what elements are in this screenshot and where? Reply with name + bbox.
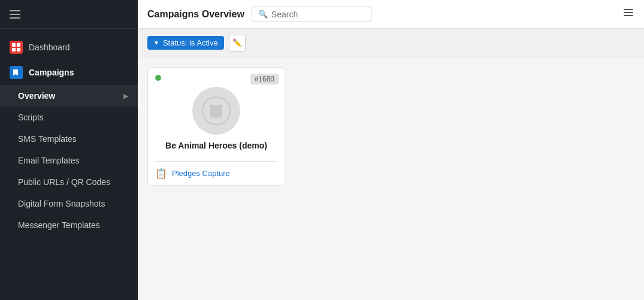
sidebar-top-section: Dashboard Campaigns Overview ▶ Scripts S…: [0, 29, 138, 242]
sidebar-item-label: Digital Form Snapshots: [18, 199, 105, 208]
sidebar-item-sms-templates[interactable]: SMS Templates: [0, 128, 138, 150]
sidebar-item-label: Email Templates: [18, 156, 79, 165]
search-icon: 🔍: [258, 10, 268, 19]
sidebar-arrow-icon: ▶: [123, 93, 128, 99]
pencil-icon: ✏️: [232, 38, 242, 47]
sidebar-item-messenger-templates[interactable]: Messenger Templates: [0, 214, 138, 236]
card-id-badge: #1680: [250, 74, 279, 84]
page-title: Campaigns Overview: [147, 9, 244, 20]
sidebar-item-digital-form-snapshots[interactable]: Digital Form Snapshots: [0, 193, 138, 214]
hamburger-menu-button[interactable]: [10, 10, 20, 19]
svg-rect-0: [12, 43, 16, 47]
svg-rect-4: [624, 9, 633, 10]
sidebar-item-campaigns[interactable]: Campaigns: [0, 60, 138, 85]
svg-rect-1: [17, 43, 20, 47]
sidebar-item-label: Public URLs / QR Codes: [18, 177, 110, 187]
filter-edit-button[interactable]: ✏️: [229, 35, 246, 51]
sidebar: Dashboard Campaigns Overview ▶ Scripts S…: [0, 0, 138, 300]
sidebar-header: [0, 0, 138, 29]
topbar: Campaigns Overview 🔍: [138, 0, 644, 29]
pledges-capture-link[interactable]: Pledges Capture: [172, 169, 230, 178]
campaigns-label: Campaigns: [29, 68, 74, 77]
sidebar-item-scripts[interactable]: Scripts: [0, 107, 138, 128]
filter-dropdown-icon: ▼: [153, 40, 159, 46]
sidebar-item-label: Scripts: [18, 113, 44, 122]
card-title: Be Animal Heroes (demo): [165, 141, 267, 156]
sidebar-item-label: Messenger Templates: [18, 220, 100, 230]
sidebar-item-label: Dashboard: [29, 43, 70, 52]
card-footer: 📋 Pledges Capture: [148, 162, 285, 185]
sidebar-item-label: SMS Templates: [18, 134, 77, 144]
search-input[interactable]: [271, 10, 365, 19]
campaigns-grid: #1680 Be Animal Heroes (demo) 📋 Pledges …: [138, 57, 644, 300]
campaigns-icon-box: [10, 66, 23, 79]
status-dot-active: [155, 75, 161, 81]
campaign-card: #1680 Be Animal Heroes (demo) 📋 Pledges …: [147, 67, 285, 186]
main-content: Campaigns Overview 🔍 ▼ Status: is Active…: [138, 0, 644, 300]
sidebar-item-email-templates[interactable]: Email Templates: [0, 150, 138, 171]
filter-bar: ▼ Status: is Active ✏️: [138, 29, 644, 57]
svg-rect-6: [624, 15, 633, 16]
list-view-button[interactable]: [622, 7, 634, 22]
clipboard-icon: 📋: [155, 168, 167, 179]
filter-chip-label: Status: is Active: [163, 38, 218, 47]
status-filter-chip[interactable]: ▼ Status: is Active: [147, 36, 224, 50]
sidebar-item-label: Overview: [18, 91, 55, 101]
svg-rect-5: [624, 12, 633, 13]
sidebar-item-overview[interactable]: Overview ▶: [0, 85, 138, 107]
sidebar-item-public-urls[interactable]: Public URLs / QR Codes: [0, 171, 138, 193]
svg-rect-2: [12, 48, 16, 51]
search-box[interactable]: 🔍: [252, 7, 371, 22]
card-logo: [192, 87, 240, 135]
svg-rect-3: [17, 48, 20, 51]
card-top: #1680 Be Animal Heroes (demo): [148, 68, 285, 161]
dashboard-icon-box: [10, 41, 23, 54]
sidebar-item-dashboard[interactable]: Dashboard: [0, 35, 138, 60]
